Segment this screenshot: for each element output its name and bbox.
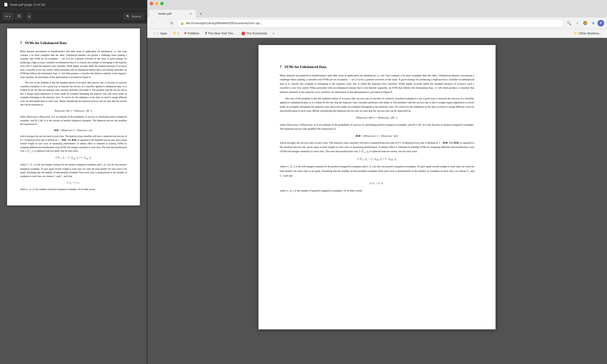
left-section-heading: 7 SVMs for Unbalanced Data bbox=[20, 40, 127, 46]
left-formula-4: C+n+ = C−n−, bbox=[20, 181, 127, 185]
browser-tab-label: howto.pdf bbox=[158, 12, 172, 15]
bookmark-more-button[interactable]: » bbox=[270, 31, 277, 36]
bookmark-star-button[interactable]: ☆ bbox=[573, 19, 581, 27]
folder-icon: 📁 bbox=[173, 31, 177, 35]
browser-titlebar bbox=[147, 0, 607, 7]
bookmark-nyt[interactable]: 𝕿 The New York Tim... bbox=[203, 31, 238, 36]
left-para-3: where P(success|+) (P(success|−)) is an … bbox=[20, 115, 127, 126]
left-para-6: where n+ (n−) is the number of positive … bbox=[20, 187, 127, 192]
search-toolbar-button[interactable]: 🔍 bbox=[565, 19, 573, 27]
bookmark-economist-label: The Economist bbox=[246, 31, 267, 35]
bookmark-economist[interactable]: 🔴 The Economist bbox=[239, 31, 269, 36]
bookmark-apps[interactable]: ⋮⋮ Apps bbox=[150, 31, 170, 36]
browser-toolbar-icons: 🔍 ☆ 🦁 G P bbox=[565, 19, 604, 27]
left-formula-2: BSR = (P(success|+) + P(success|−))/2, bbox=[20, 129, 127, 132]
right-para-5: where C+ (C−) is the soft-margin constan… bbox=[280, 165, 474, 178]
stamp-button[interactable]: 🖹 bbox=[15, 13, 24, 20]
close-window-button[interactable] bbox=[150, 2, 153, 5]
pen-dropdown-icon: ▾ bbox=[9, 15, 11, 18]
browser-toolbar: ‹ › ↻ 🔒 file:///Users/ptr/Library/Mobile… bbox=[147, 17, 607, 29]
bookmark-apps-label: Apps bbox=[160, 31, 167, 35]
left-search-label: Search bbox=[131, 15, 141, 18]
left-formula-3: C Σni=1 ξi → C+ Σi∈I+ ξi + C− Σi∈I− ξi, bbox=[20, 156, 127, 160]
right-formula-2: BSR = (P(success|+) + P(success|−))/2, bbox=[280, 134, 474, 138]
left-para-4: which averages the success rates in each… bbox=[20, 134, 127, 153]
left-pdf-panel: 📄 howto.pdf (page 13 of 18) ✏ ▾ 🖹 A 🔍 Se… bbox=[0, 0, 147, 364]
bookmarks-bar: ⋮⋮ Apps 📁 r P Politiken 𝕿 The New York T… bbox=[147, 29, 607, 38]
new-tab-button[interactable]: + bbox=[197, 11, 204, 17]
left-para-2: The crux of the problem is that the stan… bbox=[20, 81, 127, 107]
browser-panel: 📄 howto.pdf ✕ + ‹ › ↻ 🔒 file:///Users/pt… bbox=[147, 0, 607, 364]
right-para-3: where P(success|+) (P(success|−)) is an … bbox=[280, 123, 474, 131]
left-para-1: Many datasets encountered in bioinformat… bbox=[20, 50, 127, 79]
tab-pdf-icon: 📄 bbox=[152, 12, 156, 15]
address-bar[interactable]: 🔒 file:///Users/ptr/Library/Mobile%20Doc… bbox=[177, 19, 564, 27]
left-toolbar: ✏ ▾ 🖹 A 🔍 Search bbox=[0, 9, 147, 24]
security-icon: 🔒 bbox=[180, 22, 184, 25]
left-pdf-page: 7 SVMs for Unbalanced Data Many datasets… bbox=[7, 28, 140, 206]
bookmark-r-label: r bbox=[178, 31, 179, 35]
left-section-title: SVMs for Unbalanced Data bbox=[25, 40, 67, 46]
pen-icon: ✏ bbox=[5, 14, 8, 18]
right-formula-4: C+n+ = C−n−, bbox=[280, 181, 474, 186]
right-formula-3: C Σni=1 ξi → C+ Σi∈I+ ξi + C− Σi∈I− ξi, bbox=[280, 157, 474, 162]
search-icon: 🔍 bbox=[126, 15, 130, 18]
file-icon: 📄 bbox=[4, 2, 8, 7]
reload-button[interactable]: ↻ bbox=[168, 19, 175, 27]
nyt-icon: 𝕿 bbox=[205, 31, 207, 35]
panel-divider bbox=[147, 0, 147, 364]
pen-tool-button[interactable]: ✏ ▾ bbox=[3, 13, 13, 20]
tab-close-button[interactable]: ✕ bbox=[188, 12, 193, 16]
right-para-1: Many datasets encountered in bioinformat… bbox=[280, 74, 474, 94]
bookmark-politiken[interactable]: P Politiken bbox=[182, 31, 202, 36]
browser-pdf-content: 7 SVMs for Unbalanced Data Many datasets… bbox=[147, 38, 607, 364]
minimize-window-button[interactable] bbox=[155, 2, 158, 5]
maximize-window-button[interactable] bbox=[160, 2, 164, 5]
browser-tab-bar: 📄 howto.pdf ✕ + bbox=[147, 7, 607, 17]
right-section-number: 7 bbox=[280, 64, 282, 70]
typewriter-button[interactable]: A bbox=[25, 13, 33, 20]
economist-icon: 🔴 bbox=[241, 31, 245, 35]
bookmark-folder-r[interactable]: 📁 r bbox=[171, 31, 181, 36]
left-pdf-viewer: 7 SVMs for Unbalanced Data Many datasets… bbox=[0, 24, 147, 364]
profile-avatar[interactable]: P bbox=[597, 20, 604, 26]
browser-tab-pdf[interactable]: 📄 howto.pdf ✕ bbox=[149, 10, 196, 17]
left-formula-1: P(success|+)P(+) + P(success|−)P(−), bbox=[20, 109, 127, 113]
right-para-6: where n+ (n−) is the number of positive … bbox=[280, 189, 474, 193]
right-formula-1: P(success|+)P(+) + P(success|−)P(−), bbox=[280, 116, 474, 120]
left-section-number: 7 bbox=[20, 40, 22, 46]
other-bookmarks-folder-icon: 📁 bbox=[574, 31, 578, 35]
bookmark-other-folder[interactable]: 📁 Other Bookma... bbox=[571, 31, 604, 36]
apps-grid-icon: ⋮⋮ bbox=[153, 31, 159, 35]
right-section-title: SVMs for Unbalanced Data bbox=[285, 64, 327, 70]
bookmark-politiken-label: Politiken bbox=[188, 31, 199, 35]
politiken-icon: P bbox=[185, 31, 187, 35]
right-para-2: The crux of the problem is that the stan… bbox=[280, 96, 474, 113]
translate-button[interactable]: G bbox=[589, 19, 597, 27]
left-para-5: where C+ (C−) is the soft-margin constan… bbox=[20, 163, 127, 179]
left-title-bar: 📄 howto.pdf (page 13 of 18) bbox=[0, 0, 147, 9]
back-button[interactable]: ‹ bbox=[150, 19, 158, 27]
left-search-button[interactable]: 🔍 Search bbox=[123, 13, 144, 20]
left-pdf-title: howto.pdf (page 13 of 18) bbox=[10, 3, 45, 6]
right-section-heading: 7 SVMs for Unbalanced Data bbox=[280, 64, 474, 70]
forward-button[interactable]: › bbox=[159, 19, 166, 27]
more-bookmarks-icon: » bbox=[273, 31, 274, 35]
address-text: file:///Users/ptr/Library/Mobile%20Docum… bbox=[186, 21, 560, 25]
bookmark-other-label: Other Bookma... bbox=[579, 31, 601, 35]
right-pdf-page: 7 SVMs for Unbalanced Data Many datasets… bbox=[258, 45, 496, 329]
right-para-4: which averages the success rates in each… bbox=[280, 141, 474, 154]
bookmark-nyt-label: The New York Tim... bbox=[208, 31, 236, 35]
brave-shield-button[interactable]: 🦁 bbox=[581, 19, 589, 27]
